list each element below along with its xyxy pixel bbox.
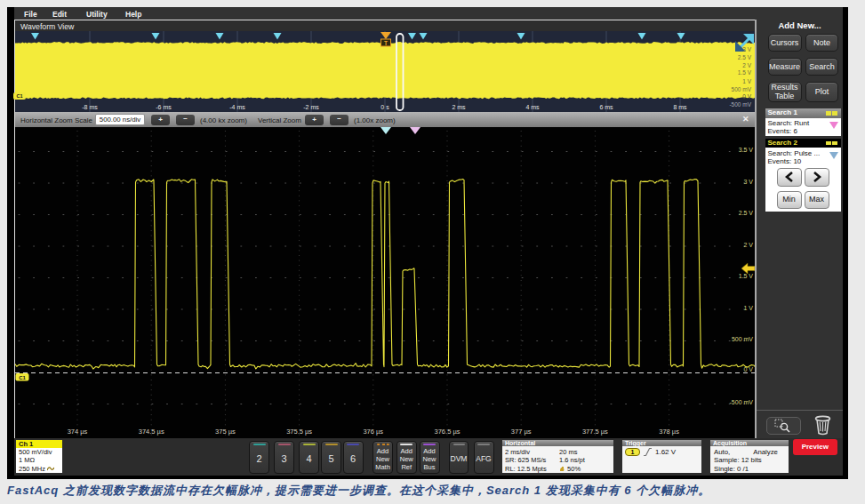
svg-text:375.5 µs: 375.5 µs bbox=[286, 428, 312, 436]
svg-text:500 mV: 500 mV bbox=[732, 86, 752, 92]
svg-text:-500 mV: -500 mV bbox=[730, 399, 754, 405]
svg-text:3 V: 3 V bbox=[743, 179, 753, 185]
svg-text:0 s: 0 s bbox=[380, 104, 389, 110]
svg-text:-2 ms: -2 ms bbox=[303, 104, 319, 110]
svg-text:-8 ms: -8 ms bbox=[82, 104, 98, 110]
svg-text:6 ms: 6 ms bbox=[599, 104, 613, 110]
svg-text:500 mV: 500 mV bbox=[732, 336, 753, 342]
svg-text:2 V: 2 V bbox=[743, 242, 753, 248]
svg-text:-6 ms: -6 ms bbox=[156, 104, 172, 110]
svg-text:1.5 V: 1.5 V bbox=[738, 69, 752, 76]
svg-text:374 µs: 374 µs bbox=[68, 428, 88, 436]
svg-text:3 V: 3 V bbox=[742, 46, 751, 52]
svg-text:1 V: 1 V bbox=[742, 78, 751, 84]
svg-text:0 V: 0 V bbox=[743, 366, 753, 372]
svg-text:0 V: 0 V bbox=[742, 93, 751, 100]
svg-text:377.5 µs: 377.5 µs bbox=[582, 428, 608, 436]
svg-text:2.5 V: 2.5 V bbox=[738, 54, 752, 60]
svg-text:3.5 V: 3.5 V bbox=[739, 147, 754, 153]
svg-text:4 ms: 4 ms bbox=[525, 104, 540, 110]
svg-text:376.5 µs: 376.5 µs bbox=[435, 428, 461, 436]
svg-text:2 ms: 2 ms bbox=[452, 104, 466, 110]
svg-text:2.5 V: 2.5 V bbox=[739, 210, 754, 216]
svg-text:376 µs: 376 µs bbox=[363, 428, 383, 436]
svg-text:2 V: 2 V bbox=[742, 62, 751, 68]
svg-text:378 µs: 378 µs bbox=[659, 428, 679, 436]
svg-text:375 µs: 375 µs bbox=[215, 428, 236, 436]
svg-text:C1: C1 bbox=[19, 375, 26, 380]
svg-text:1.5 V: 1.5 V bbox=[739, 273, 754, 279]
svg-text:8 ms: 8 ms bbox=[673, 104, 687, 110]
svg-text:1 V: 1 V bbox=[743, 305, 753, 311]
svg-text:-4 ms: -4 ms bbox=[229, 104, 245, 110]
svg-text:T: T bbox=[384, 40, 388, 46]
svg-text:-500 mV: -500 mV bbox=[729, 101, 751, 108]
svg-text:374.5 µs: 374.5 µs bbox=[139, 428, 164, 436]
svg-text:377 µs: 377 µs bbox=[511, 428, 532, 436]
